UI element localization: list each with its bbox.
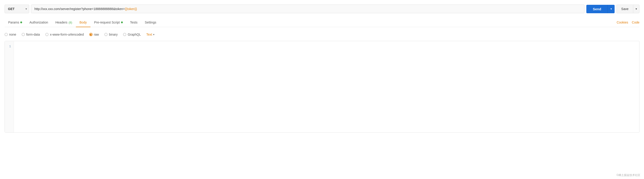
tab-authorization-label: Authorization xyxy=(30,21,48,24)
footer-text: ©稀土掘金技术社区 xyxy=(616,173,640,177)
radio-raw[interactable]: raw xyxy=(89,33,99,36)
tabs-main: Params Authorization Headers (8) Body Pr… xyxy=(4,18,617,27)
tab-headers[interactable]: Headers (8) xyxy=(52,18,76,27)
radio-raw-circle xyxy=(89,33,92,36)
radio-form-data-label: form-data xyxy=(26,33,40,36)
tab-settings-label: Settings xyxy=(145,21,156,24)
raw-format-label: Text xyxy=(146,33,152,36)
url-text-normal: http://xxx.xxx.com/server/register?phone… xyxy=(34,7,125,11)
footer: ©稀土掘金技术社区 xyxy=(616,173,640,177)
tab-pre-request-dot xyxy=(121,22,123,23)
tab-headers-badge: (8) xyxy=(68,21,72,24)
tab-body[interactable]: Body xyxy=(76,18,90,27)
radio-form-data-circle xyxy=(22,33,25,36)
radio-graphql-label: GraphQL xyxy=(128,33,141,36)
editor-area: 1 xyxy=(4,41,640,133)
tabs-row: Params Authorization Headers (8) Body Pr… xyxy=(4,18,640,27)
raw-format-selector[interactable]: Text ▾ xyxy=(146,33,154,36)
body-type-row: none form-data x-www-form-urlencoded raw… xyxy=(4,32,640,37)
url-text-token: {{token}} xyxy=(125,7,137,11)
radio-urlencoded-label: x-www-form-urlencoded xyxy=(50,33,84,36)
send-dropdown-button[interactable]: ▾ xyxy=(608,5,614,13)
radio-binary[interactable]: binary xyxy=(104,33,118,36)
tab-settings[interactable]: Settings xyxy=(141,18,160,27)
method-select-wrapper: GET POST PUT DELETE PATCH ▾ xyxy=(4,5,29,13)
tab-pre-request-label: Pre-request Script xyxy=(94,21,120,24)
save-button-group: Save ▾ xyxy=(616,5,640,13)
send-button[interactable]: Send xyxy=(586,5,608,13)
raw-format-chevron-icon: ▾ xyxy=(153,33,154,36)
tab-body-label: Body xyxy=(80,21,87,24)
send-button-group: Send ▾ xyxy=(586,5,614,13)
radio-urlencoded-circle xyxy=(45,33,48,36)
tab-authorization[interactable]: Authorization xyxy=(26,18,52,27)
tab-pre-request-script[interactable]: Pre-request Script xyxy=(90,18,126,27)
radio-none-label: none xyxy=(9,33,16,36)
radio-graphql[interactable]: GraphQL xyxy=(123,33,141,36)
tab-params[interactable]: Params xyxy=(4,18,26,27)
radio-raw-label: raw xyxy=(94,33,99,36)
save-button[interactable]: Save xyxy=(616,5,633,13)
radio-binary-circle xyxy=(104,33,108,36)
radio-form-data[interactable]: form-data xyxy=(22,33,40,36)
save-dropdown-button[interactable]: ▾ xyxy=(633,5,640,13)
url-bar-row: GET POST PUT DELETE PATCH ▾ http://xxx.x… xyxy=(4,5,640,13)
code-link[interactable]: Code xyxy=(632,21,640,24)
cookies-link[interactable]: Cookies xyxy=(617,21,628,24)
editor-content[interactable] xyxy=(14,41,639,132)
tabs-right: Cookies Code xyxy=(617,18,640,27)
tab-headers-label: Headers xyxy=(56,21,68,24)
url-display[interactable]: http://xxx.xxx.com/server/register?phone… xyxy=(31,5,584,13)
method-select[interactable]: GET POST PUT DELETE PATCH xyxy=(4,5,29,13)
radio-binary-label: binary xyxy=(109,33,118,36)
radio-urlencoded[interactable]: x-www-form-urlencoded xyxy=(45,33,84,36)
editor-line-numbers: 1 xyxy=(5,41,14,132)
line-number-1: 1 xyxy=(8,45,11,48)
radio-none-circle xyxy=(4,33,8,36)
radio-none[interactable]: none xyxy=(4,33,16,36)
app-container: GET POST PUT DELETE PATCH ▾ http://xxx.x… xyxy=(0,0,644,179)
tab-tests-label: Tests xyxy=(130,21,138,24)
tab-tests[interactable]: Tests xyxy=(126,18,141,27)
tab-params-dot xyxy=(20,22,22,23)
tab-params-label: Params xyxy=(8,21,19,24)
radio-graphql-circle xyxy=(123,33,126,36)
